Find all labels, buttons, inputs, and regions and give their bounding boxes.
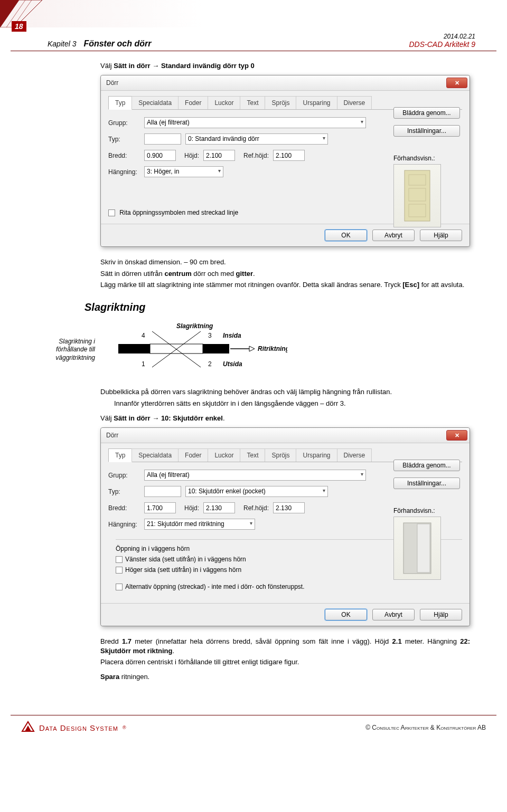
grupp-select[interactable]: Alla (ej filtrerat) bbox=[144, 117, 366, 128]
hjalp-button[interactable]: Hjälp bbox=[420, 609, 462, 620]
settings-button[interactable]: Inställningar... bbox=[393, 125, 460, 137]
tab-diverse[interactable]: Diverse bbox=[337, 96, 372, 109]
svg-text:2: 2 bbox=[208, 360, 212, 368]
svg-rect-16 bbox=[203, 344, 229, 354]
browse-button[interactable]: Bläddra genom... bbox=[393, 460, 460, 471]
tab-sprojs[interactable]: Spröjs bbox=[265, 96, 296, 109]
label-bredd: Bredd: bbox=[108, 152, 140, 159]
svg-text:Insida: Insida bbox=[223, 332, 241, 339]
bredd-input[interactable] bbox=[144, 502, 176, 513]
page-header: Kapitel 3 Fönster och dörr 2014.02.21 DD… bbox=[11, 27, 496, 51]
dialog1-title: Dörr bbox=[106, 79, 446, 87]
grupp-select[interactable]: Alla (ej filtrerat) bbox=[144, 470, 366, 481]
hoger-label: Höger sida (sett utifrån) in i väggens h… bbox=[125, 566, 241, 574]
hangning-select[interactable]: 3: Höger, in bbox=[144, 166, 223, 177]
refhojd-input[interactable] bbox=[273, 502, 305, 513]
hjalp-button[interactable]: Hjälp bbox=[420, 230, 462, 241]
hojd-input[interactable] bbox=[203, 502, 235, 513]
logo-icon bbox=[21, 721, 35, 734]
preview-label: Förhandsvisn.: bbox=[393, 507, 452, 514]
svg-text:3: 3 bbox=[208, 332, 212, 339]
typ-code-input[interactable] bbox=[144, 486, 181, 497]
label-hangning: Hängning: bbox=[108, 168, 140, 176]
instruction-choose-2: Välj Sätt in dörr → 10: Skjutdörr enkel. bbox=[100, 414, 481, 422]
hangning-select[interactable]: 21: Skjutdörr med ritriktning bbox=[144, 519, 255, 530]
corner-graphic bbox=[0, 0, 63, 27]
footer-logo-text: Data Design System bbox=[39, 723, 118, 732]
tab-foder[interactable]: Foder bbox=[178, 448, 208, 462]
svg-rect-14 bbox=[118, 344, 150, 354]
header-product: DDS-CAD Arkitekt 9 bbox=[409, 40, 475, 49]
page-number: 18 bbox=[12, 21, 26, 32]
tab-sprojs[interactable]: Spröjs bbox=[265, 448, 296, 462]
paragraph-1: Skriv in önskad dimension. – 90 cm bred.… bbox=[100, 257, 470, 290]
door-preview-1 bbox=[393, 164, 441, 227]
avbryt-button[interactable]: Avbryt bbox=[372, 609, 415, 620]
ok-button[interactable]: OK bbox=[325, 609, 367, 620]
refhojd-input[interactable] bbox=[273, 150, 305, 161]
label-hangning: Hängning: bbox=[108, 521, 140, 528]
dialog-door-1: Dörr ✕ Typ Specialdata Foder Luckor Text… bbox=[100, 75, 470, 247]
bredd-input[interactable] bbox=[144, 150, 176, 161]
tab-luckor[interactable]: Luckor bbox=[208, 448, 240, 462]
settings-button[interactable]: Inställningar... bbox=[393, 477, 460, 489]
tab-specialdata[interactable]: Specialdata bbox=[132, 448, 179, 462]
header-date: 2014.02.21 bbox=[409, 33, 475, 40]
label-typ: Typ: bbox=[108, 136, 140, 143]
page-footer: Data Design System ® © Consultec Arkitek… bbox=[11, 715, 496, 745]
svg-rect-23 bbox=[417, 524, 430, 572]
preview-pane-2: Förhandsvisn.: bbox=[393, 507, 452, 580]
tab-luckor[interactable]: Luckor bbox=[208, 96, 240, 109]
label-hojd: Höjd: bbox=[184, 152, 199, 159]
close-icon[interactable]: ✕ bbox=[446, 430, 467, 441]
footer-logo: Data Design System ® bbox=[21, 721, 126, 734]
alt-label: Alternativ öppning (streckad) - inte med… bbox=[125, 583, 305, 590]
streckad-label: Rita öppningssymbolen med streckad linje bbox=[119, 209, 238, 216]
svg-rect-4 bbox=[405, 170, 430, 221]
svg-text:4: 4 bbox=[142, 332, 145, 339]
svg-text:Utsida: Utsida bbox=[223, 360, 242, 368]
typ-code-input[interactable] bbox=[144, 133, 181, 145]
label-refhojd: Ref.höjd: bbox=[243, 504, 269, 512]
preview-label: Förhandsvisn.: bbox=[393, 155, 452, 162]
chapter-title: Fönster och dörr bbox=[83, 39, 151, 48]
tab-ursparing[interactable]: Ursparing bbox=[296, 448, 337, 462]
dialog2-title: Dörr bbox=[106, 432, 446, 439]
typ-name-select[interactable]: 0: Standard invändig dörr bbox=[185, 133, 328, 145]
label-refhojd: Ref.höjd: bbox=[243, 152, 269, 159]
close-icon[interactable]: ✕ bbox=[446, 78, 467, 88]
typ-name-select[interactable]: 10: Skjutdörr enkel (pocket) bbox=[185, 486, 328, 497]
label-grupp: Grupp: bbox=[108, 472, 140, 479]
slagriktning-diagram-row: Slagriktning i förhållande till väggritr… bbox=[37, 321, 481, 379]
tab-foder[interactable]: Foder bbox=[178, 96, 208, 109]
vanster-checkbox[interactable] bbox=[116, 556, 123, 563]
browse-button[interactable]: Bläddra genom... bbox=[393, 107, 460, 119]
tab-text[interactable]: Text bbox=[240, 96, 265, 109]
hojd-input[interactable] bbox=[203, 150, 235, 161]
svg-text:Ritriktning: Ritriktning bbox=[258, 345, 287, 352]
footer-copyright: © Consultec Arkitekter & Konstruktörer A… bbox=[365, 724, 486, 731]
paragraph-3: Bredd 1.7 meter (innefattar hela dörrens… bbox=[100, 637, 470, 681]
ok-button[interactable]: OK bbox=[325, 230, 367, 241]
tab-ursparing[interactable]: Ursparing bbox=[296, 96, 337, 109]
svg-rect-15 bbox=[150, 344, 203, 354]
diag-title: Slagriktning bbox=[176, 322, 213, 330]
vanster-label: Vänster sida (sett utifrån) in i väggens… bbox=[125, 556, 246, 563]
svg-text:1: 1 bbox=[142, 360, 145, 368]
tab-diverse[interactable]: Diverse bbox=[337, 448, 372, 462]
tab-text[interactable]: Text bbox=[240, 448, 265, 462]
label-grupp: Grupp: bbox=[108, 119, 140, 127]
paragraph-2: Dubbelklicka på dörren vars slagriktning… bbox=[100, 387, 470, 408]
alt-checkbox[interactable] bbox=[116, 584, 123, 590]
streckad-checkbox[interactable] bbox=[108, 209, 115, 216]
section-heading-slagriktning: Slagriktning bbox=[84, 301, 481, 313]
hoger-checkbox[interactable] bbox=[116, 567, 123, 574]
chapter-label: Kapitel 3 bbox=[48, 40, 76, 48]
svg-marker-20 bbox=[249, 346, 255, 351]
tab-specialdata[interactable]: Specialdata bbox=[132, 96, 179, 109]
tab-typ[interactable]: Typ bbox=[108, 96, 132, 110]
dialog-door-2: Dörr ✕ Typ Specialdata Foder Luckor Text… bbox=[100, 427, 470, 626]
door-preview-2 bbox=[393, 517, 441, 580]
tab-typ[interactable]: Typ bbox=[108, 448, 132, 462]
avbryt-button[interactable]: Avbryt bbox=[372, 230, 415, 241]
